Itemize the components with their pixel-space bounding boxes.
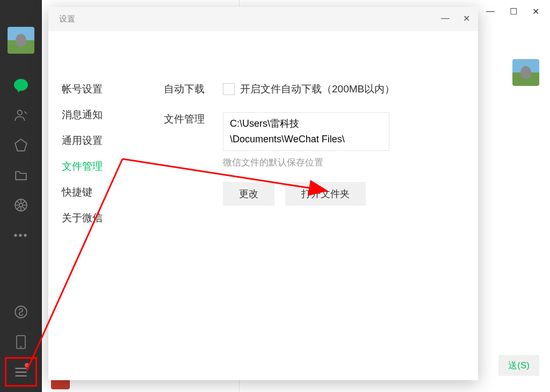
settings-content: 自动下载 开启文件自动下载（200MB以内） 文件管理 C:\Users\雷科技… [132, 82, 478, 225]
favorites-icon[interactable] [14, 138, 28, 152]
auto-download-label: 自动下载 [164, 82, 223, 96]
nav-item-about[interactable]: 关于微信 [62, 211, 132, 225]
svg-marker-1 [15, 139, 27, 151]
auto-download-text: 开启文件自动下载（200MB以内） [240, 82, 395, 96]
files-icon[interactable] [14, 168, 28, 182]
maximize-icon[interactable]: ☐ [510, 6, 517, 17]
nav-item-file-management[interactable]: 文件管理 [62, 159, 132, 173]
dialog-title: 设置 [59, 14, 75, 24]
contacts-icon[interactable] [14, 108, 28, 122]
chat-message-avatar[interactable] [512, 59, 539, 86]
nav-item-general[interactable]: 通用设置 [62, 134, 132, 148]
svg-point-0 [18, 110, 23, 115]
auto-download-checkbox[interactable] [223, 83, 235, 95]
close-icon[interactable]: ✕ [532, 6, 539, 17]
open-folder-button[interactable]: 打开文件夹 [285, 182, 366, 206]
dialog-minimize-icon[interactable]: — [441, 13, 450, 24]
file-path-hint: 微信文件的默认保存位置 [223, 156, 462, 169]
nav-item-account[interactable]: 帐号设置 [62, 82, 132, 96]
dialog-titlebar: 设置 — ✕ [48, 7, 478, 31]
more-icon[interactable]: ••• [14, 228, 28, 242]
svg-point-3 [19, 204, 23, 207]
menu-button-highlighted[interactable] [5, 357, 37, 387]
minimize-icon[interactable]: — [486, 6, 495, 17]
send-button[interactable]: 送(S) [498, 355, 539, 376]
main-sidebar: ••• [0, 0, 42, 392]
nav-item-notification[interactable]: 消息通知 [62, 108, 132, 122]
nav-item-shortcuts[interactable]: 快捷键 [62, 185, 132, 199]
settings-dialog: 设置 — ✕ 帐号设置 消息通知 通用设置 文件管理 快捷键 关于微信 自动下载… [48, 7, 478, 380]
moments-icon[interactable] [14, 198, 28, 212]
settings-nav: 帐号设置 消息通知 通用设置 文件管理 快捷键 关于微信 [48, 82, 132, 225]
chat-icon[interactable] [14, 78, 28, 92]
change-button[interactable]: 更改 [223, 182, 274, 206]
phone-icon[interactable] [14, 335, 28, 349]
miniprogram-icon[interactable] [14, 305, 28, 319]
file-management-label: 文件管理 [164, 112, 223, 126]
file-path-input[interactable]: C:\Users\雷科技\Documents\WeChat Files\ [223, 112, 389, 151]
avatar[interactable] [8, 27, 34, 54]
dialog-close-icon[interactable]: ✕ [463, 13, 470, 24]
notification-dot [25, 363, 29, 367]
